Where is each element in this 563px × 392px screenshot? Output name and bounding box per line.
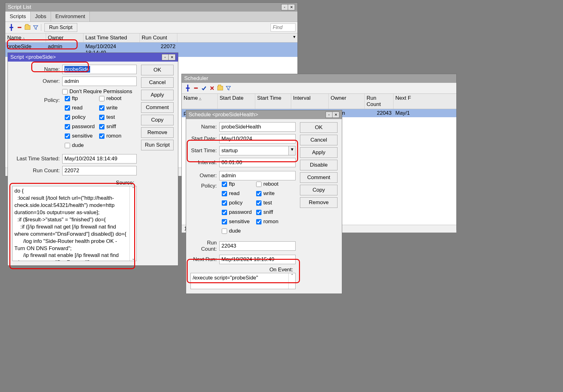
chk-sensitive[interactable]	[65, 133, 70, 139]
schk-policy[interactable]	[222, 200, 227, 206]
schk-read[interactable]	[222, 191, 227, 196]
chk-test[interactable]	[99, 115, 104, 120]
chk-read[interactable]	[65, 105, 70, 111]
close-icon[interactable]: ✕	[288, 4, 295, 10]
folder-icon[interactable]	[216, 84, 224, 92]
column-dropdown-icon[interactable]: ▼	[292, 35, 296, 39]
close-icon[interactable]: ✕	[332, 112, 339, 118]
minimize-icon[interactable]: ▫	[162, 54, 169, 60]
tab-environment[interactable]: Environment	[51, 12, 90, 22]
col-next[interactable]: Next F	[393, 94, 456, 109]
cancel-button[interactable]: Cancel	[300, 135, 337, 145]
remove-icon[interactable]: ━	[15, 23, 23, 32]
run-script-button[interactable]: Run Script	[141, 140, 174, 150]
remove-button[interactable]: Remove	[141, 127, 174, 138]
col-start-date[interactable]: Start Date	[218, 94, 255, 109]
dont-require-label: Don't Require Permissions	[69, 88, 132, 95]
script-list-titlebar[interactable]: Script List ▫ ✕	[5, 3, 297, 12]
chk-write[interactable]	[99, 105, 104, 111]
owner-label: Owner:	[12, 78, 62, 84]
script-dialog-title: Script <probeSide>	[10, 53, 162, 62]
on-event-textarea[interactable]: /execute script="probeSide" ⌃	[190, 273, 296, 289]
run-script-button[interactable]: Run Script	[44, 23, 77, 32]
schk-test[interactable]	[256, 200, 261, 206]
script-dialog-titlebar[interactable]: Script <probeSide> ▫ ✕	[8, 53, 178, 62]
chk-reboot[interactable]	[99, 96, 104, 101]
start-time-label: Start Time:	[190, 148, 219, 154]
interval-label: Interval:	[190, 159, 219, 166]
owner-input[interactable]: admin	[62, 77, 137, 86]
on-event-label: On Event:	[190, 267, 296, 273]
chk-policy[interactable]	[65, 115, 70, 120]
filter-icon[interactable]	[32, 23, 40, 32]
chk-romon[interactable]	[99, 133, 104, 139]
start-time-input[interactable]: startup	[219, 146, 289, 155]
filter-icon[interactable]	[224, 84, 232, 92]
ok-button[interactable]: OK	[300, 122, 337, 133]
comment-button[interactable]: Comment	[141, 102, 174, 113]
folder-icon[interactable]	[23, 23, 32, 32]
ok-button[interactable]: OK	[141, 65, 174, 75]
schk-write[interactable]	[256, 191, 261, 196]
scheduler-titlebar[interactable]: Scheduler	[182, 74, 456, 83]
schk-dude[interactable]	[222, 229, 227, 234]
chk-password[interactable]	[65, 124, 70, 129]
name-input[interactable]: probeSide	[62, 65, 137, 74]
run-count-label: Run Count:	[190, 240, 219, 252]
interval-input[interactable]: 00:01:00	[219, 158, 296, 167]
add-icon[interactable]: ╋	[7, 23, 15, 32]
close-icon[interactable]: ✕	[169, 54, 175, 60]
col-interval[interactable]: Interval	[291, 94, 329, 109]
chk-ftp[interactable]	[65, 96, 70, 101]
scrollbar[interactable]: ⌃	[288, 273, 295, 289]
col-start-time[interactable]: Start Time	[255, 94, 291, 109]
schedule-dialog-titlebar[interactable]: Schedule <probeSideHealth> ▫ ✕	[186, 110, 342, 119]
disable-button[interactable]: Disable	[300, 160, 337, 170]
apply-button[interactable]: Apply	[141, 90, 174, 100]
minimize-icon[interactable]: ▫	[281, 4, 288, 10]
scrollbar[interactable]: ⌃⌄	[129, 186, 136, 261]
schk-romon[interactable]	[256, 219, 261, 224]
schk-sniff[interactable]	[256, 210, 261, 215]
col-run-count[interactable]: Run Count	[140, 33, 177, 42]
schk-ftp[interactable]	[222, 182, 227, 187]
last-time-label: Last Time Started:	[12, 156, 62, 162]
schk-password[interactable]	[222, 210, 227, 215]
copy-button[interactable]: Copy	[141, 115, 174, 125]
scheduler-columns: Name△ Start Date Start Time Interval Own…	[182, 94, 456, 109]
col-owner[interactable]: Owner	[329, 94, 365, 109]
source-textarea[interactable]: do { :local result [/tool fetch url=("ht…	[12, 186, 137, 261]
last-time-value: May/10/2024 18:14:49	[62, 154, 137, 163]
copy-button[interactable]: Copy	[300, 185, 337, 195]
comment-button[interactable]: Comment	[300, 172, 337, 183]
col-name[interactable]: Name△	[182, 94, 218, 109]
disable-icon[interactable]	[208, 84, 216, 92]
remove-icon[interactable]: ━	[192, 84, 200, 92]
col-owner[interactable]: Owner	[46, 33, 84, 42]
dont-require-checkbox[interactable]	[62, 89, 68, 94]
col-run-count[interactable]: Run Count	[365, 94, 393, 109]
enable-icon[interactable]	[200, 84, 208, 92]
cancel-button[interactable]: Cancel	[141, 77, 174, 88]
col-name[interactable]: Name△	[5, 33, 46, 42]
minimize-icon[interactable]: ▫	[326, 112, 332, 118]
script-list-toolbar: ╋ ━ Run Script	[5, 22, 297, 33]
add-icon[interactable]: ╋	[184, 84, 192, 92]
owner-input[interactable]: admin	[219, 171, 296, 180]
find-input[interactable]	[271, 23, 296, 32]
col-last-time[interactable]: Last Time Started	[84, 33, 140, 42]
remove-button[interactable]: Remove	[300, 197, 337, 208]
start-date-input[interactable]: May/10/2024	[219, 134, 296, 143]
name-input[interactable]: probeSideHealth	[219, 122, 296, 132]
tab-jobs[interactable]: Jobs	[31, 12, 51, 22]
chk-sniff[interactable]	[99, 124, 104, 129]
dropdown-icon[interactable]: ▾	[289, 146, 296, 155]
svg-marker-3	[226, 86, 231, 90]
tab-scripts[interactable]: Scripts	[5, 12, 31, 22]
chk-dude[interactable]	[65, 143, 70, 148]
schk-reboot[interactable]	[256, 182, 261, 187]
apply-button[interactable]: Apply	[300, 147, 337, 158]
name-label: Name:	[12, 66, 62, 73]
run-count-label: Run Count:	[12, 168, 62, 174]
schk-sensitive[interactable]	[222, 219, 227, 224]
